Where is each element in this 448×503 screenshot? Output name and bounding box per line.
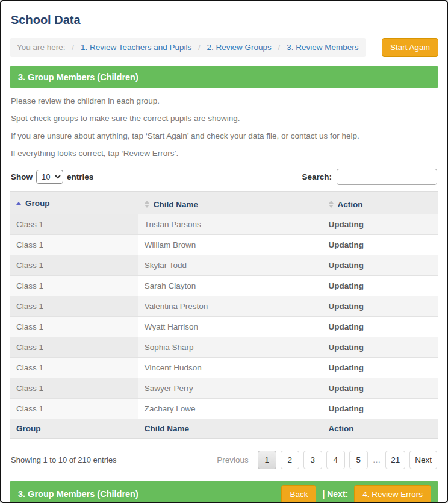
next-step-label: | Next: (322, 489, 348, 499)
cell-action: Updating (323, 316, 438, 337)
cell-group: Class 1 (10, 275, 138, 296)
footer-section-title: 3. Group Members (Children) (18, 489, 138, 499)
pagination-ellipsis: … (372, 455, 382, 464)
cell-action: Updating (323, 255, 438, 275)
cell-action: Updating (323, 296, 438, 316)
cell-group: Class 1 (10, 378, 138, 398)
cell-group: Class 1 (10, 255, 138, 275)
cell-child-name: Skylar Todd (138, 255, 323, 275)
show-label: Show (11, 172, 33, 181)
table-row: Class 1 Wyatt Harrison Updating (10, 316, 438, 337)
breadcrumb-link-review-members[interactable]: 3. Review Members (287, 43, 358, 52)
cell-action: Updating (323, 357, 438, 378)
cell-action: Updating (323, 275, 438, 296)
pagination-row: Showing 1 to 10 of 210 entries Previous … (11, 451, 437, 469)
table-row: Class 1 Sophia Sharp Updating (10, 337, 438, 357)
instructions: Please review the children in each group… (10, 96, 438, 158)
footer-actions: Back | Next: 4. Review Errors (281, 485, 431, 503)
page-button-4[interactable]: 4 (326, 451, 345, 469)
section-header: 3. Group Members (Children) (10, 66, 438, 88)
cell-child-name: Sophia Sharp (138, 337, 323, 357)
column-header-action[interactable]: Action (323, 192, 438, 214)
page-button-21[interactable]: 21 (385, 451, 405, 469)
page-button-2[interactable]: 2 (281, 451, 299, 469)
review-errors-button[interactable]: 4. Review Errors (354, 485, 431, 503)
cell-group: Class 1 (10, 234, 138, 255)
table-row: Class 1 Tristan Parsons Updating (10, 214, 438, 234)
previous-page-button[interactable]: Previous (212, 452, 254, 467)
sort-both-icon (329, 201, 334, 208)
page-size-control: Show 10 entries (11, 170, 93, 184)
search-label: Search: (302, 172, 332, 181)
instruction-line: Please review the children in each group… (11, 96, 437, 105)
entries-summary: Showing 1 to 10 of 210 entries (11, 455, 117, 464)
instruction-line: If everything looks correct, tap ‘Review… (11, 149, 437, 158)
footer-column-group: Group (10, 419, 138, 438)
page-button-5[interactable]: 5 (349, 451, 368, 469)
column-header-label: Child Name (154, 200, 198, 209)
cell-action: Updating (323, 214, 438, 234)
cell-action: Updating (323, 234, 438, 255)
page-size-select[interactable]: 10 (36, 170, 63, 184)
cell-group: Class 1 (10, 296, 138, 316)
cell-child-name: William Brown (138, 234, 323, 255)
cell-group: Class 1 (10, 337, 138, 357)
column-header-child-name[interactable]: Child Name (138, 192, 323, 214)
table-header-row: Group Child Name Action (10, 192, 438, 214)
cell-action: Updating (323, 378, 438, 398)
table-row: Class 1 Sarah Clayton Updating (10, 275, 438, 296)
next-page-button[interactable]: Next (409, 451, 437, 469)
breadcrumb-prefix: You are here: (17, 43, 66, 52)
column-header-group[interactable]: Group (10, 192, 138, 214)
cell-child-name: Vincent Hudson (138, 357, 323, 378)
breadcrumb-link-review-teachers-pupils[interactable]: 1. Review Teachers and Pupils (81, 43, 191, 52)
breadcrumb: You are here: / 1. Review Teachers and P… (10, 38, 366, 57)
entries-label: entries (67, 172, 93, 181)
cell-action: Updating (323, 337, 438, 357)
sort-both-icon (145, 201, 149, 208)
table-footer-row: Group Child Name Action (10, 419, 438, 438)
back-button[interactable]: Back (281, 485, 316, 503)
table-row: Class 1 Vincent Hudson Updating (10, 357, 438, 378)
page-button-1[interactable]: 1 (258, 451, 276, 469)
cell-group: Class 1 (10, 214, 138, 234)
cell-group: Class 1 (10, 316, 138, 337)
start-again-button[interactable]: Start Again (382, 38, 438, 57)
instruction-line: If you are unsure about anything, tap ‘S… (11, 131, 437, 140)
footer-section-bar: 3. Group Members (Children) Back | Next:… (10, 481, 438, 503)
table-row: Class 1 Valentina Preston Updating (10, 296, 438, 316)
breadcrumb-row: You are here: / 1. Review Teachers and P… (10, 38, 438, 57)
column-header-label: Group (25, 199, 50, 208)
column-header-label: Action (338, 200, 363, 209)
group-members-table: Group Child Name Action (10, 191, 438, 439)
table-row: Class 1 Zachary Lowe Updating (10, 398, 438, 419)
cell-child-name: Wyatt Harrison (138, 316, 323, 337)
sort-ascending-icon (16, 202, 21, 205)
breadcrumb-separator: / (72, 43, 74, 52)
instruction-line: Spot check groups to make sure the corre… (11, 114, 437, 123)
cell-group: Class 1 (10, 357, 138, 378)
table-controls: Show 10 entries Search: (11, 169, 437, 185)
cell-child-name: Sarah Clayton (138, 275, 323, 296)
page-title: School Data (11, 13, 437, 27)
app-window: School Data You are here: / 1. Review Te… (0, 0, 448, 503)
table-row: Class 1 William Brown Updating (10, 234, 438, 255)
cell-child-name: Tristan Parsons (138, 214, 323, 234)
breadcrumb-separator: / (278, 43, 281, 52)
breadcrumb-link-review-groups[interactable]: 2. Review Groups (207, 43, 272, 52)
search-input[interactable] (337, 169, 437, 185)
cell-action: Updating (323, 398, 438, 419)
cell-group: Class 1 (10, 398, 138, 419)
table-row: Class 1 Skylar Todd Updating (10, 255, 438, 275)
footer-column-action: Action (323, 419, 438, 438)
cell-child-name: Zachary Lowe (138, 398, 323, 419)
search-control: Search: (302, 169, 437, 185)
footer-column-child-name: Child Name (138, 419, 323, 438)
pager: Previous 1 2 3 4 5 … 21 Next (212, 451, 437, 469)
breadcrumb-separator: / (198, 43, 201, 52)
table-row: Class 1 Sawyer Perry Updating (10, 378, 438, 398)
cell-child-name: Sawyer Perry (138, 378, 323, 398)
page-button-3[interactable]: 3 (303, 451, 322, 469)
cell-child-name: Valentina Preston (138, 296, 323, 316)
